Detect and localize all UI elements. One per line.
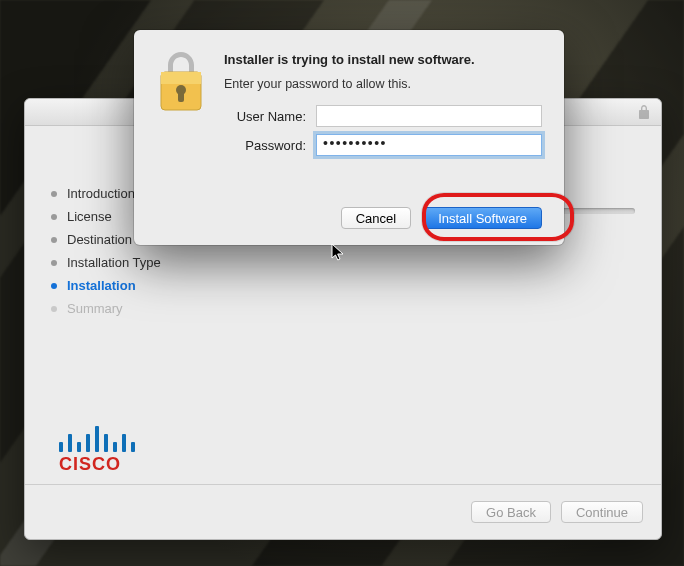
sidebar-step-summary: Summary [51,301,195,316]
password-input[interactable]: •••••••••• [316,134,542,156]
svg-rect-1 [161,72,201,84]
step-label: Installation Type [67,255,161,270]
username-input[interactable] [316,105,542,127]
cisco-logo-bars-icon [59,424,135,452]
cisco-logo-text: CISCO [59,454,135,475]
install-software-button[interactable]: Install Software [423,207,542,229]
auth-subtitle: Enter your password to allow this. [224,77,542,91]
username-label: User Name: [224,109,306,124]
sidebar-step-installation: Installation [51,278,195,293]
lock-icon [637,103,651,129]
installer-bottom-bar: Go Back Continue [25,484,661,539]
step-label: Summary [67,301,123,316]
continue-button: Continue [561,501,643,523]
svg-rect-3 [178,92,184,102]
lock-icon [154,48,208,114]
auth-title: Installer is trying to install new softw… [224,52,542,67]
go-back-button: Go Back [471,501,551,523]
cancel-button[interactable]: Cancel [341,207,411,229]
sidebar-step-installation-type: Installation Type [51,255,195,270]
step-label: License [67,209,112,224]
authentication-dialog: Installer is trying to install new softw… [134,30,564,245]
cisco-logo: CISCO [59,424,135,475]
step-label: Introduction [67,186,135,201]
desktop-background: Introduction License Destination Select … [0,0,684,566]
step-label: Installation [67,278,136,293]
password-label: Password: [224,138,306,153]
